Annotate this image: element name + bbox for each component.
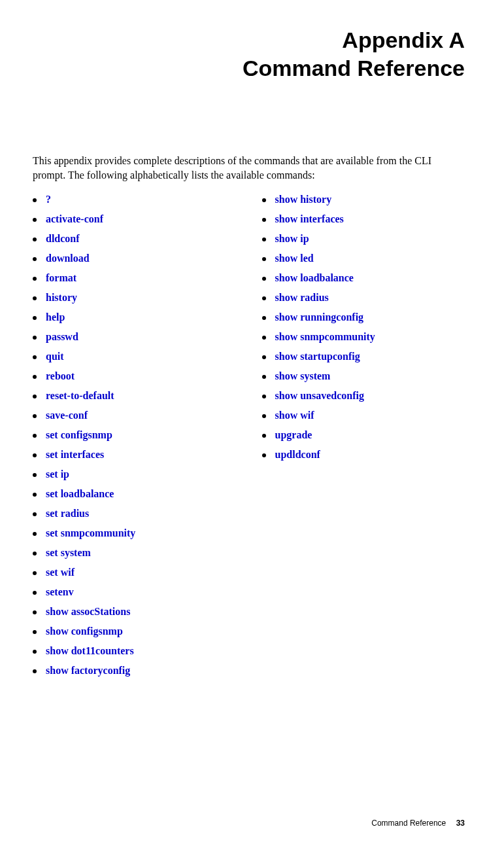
list-item: show factoryconfig <box>33 665 236 677</box>
bullet-icon <box>33 277 37 281</box>
command-link[interactable]: show snmpcommunity <box>275 331 375 343</box>
command-link[interactable]: show dot11counters <box>46 645 134 657</box>
bullet-icon <box>262 238 266 241</box>
list-item: show history <box>262 194 465 205</box>
command-link[interactable]: show led <box>275 253 314 264</box>
command-link[interactable]: set loadbalance <box>46 488 114 500</box>
bullet-icon <box>33 316 37 320</box>
command-link[interactable]: quit <box>46 351 64 362</box>
bullet-icon <box>33 493 37 497</box>
command-link[interactable]: upgrade <box>275 429 312 441</box>
bullet-icon <box>262 277 266 281</box>
bullet-icon <box>262 434 266 438</box>
command-link[interactable]: reset-to-default <box>46 390 114 402</box>
list-item: save-conf <box>33 410 236 421</box>
command-link[interactable]: help <box>46 311 65 323</box>
bullet-icon <box>262 218 266 222</box>
command-link[interactable]: set radius <box>46 508 89 520</box>
bullet-icon <box>33 355 37 359</box>
bullet-icon <box>33 453 37 457</box>
command-link[interactable]: show unsavedconfig <box>275 390 364 402</box>
command-link[interactable]: show radius <box>275 292 329 304</box>
list-item: dldconf <box>33 233 236 245</box>
list-item: show dot11counters <box>33 645 236 657</box>
title-line-1: Appendix A <box>33 26 465 54</box>
bullet-icon <box>33 610 37 614</box>
command-link[interactable]: set configsnmp <box>46 429 112 441</box>
bullet-icon <box>262 336 266 340</box>
command-link[interactable]: updldconf <box>275 449 320 461</box>
list-item: quit <box>33 351 236 362</box>
list-item: set loadbalance <box>33 488 236 500</box>
bullet-icon <box>33 238 37 241</box>
bullet-icon <box>33 669 37 673</box>
command-link[interactable]: show startupconfig <box>275 351 360 362</box>
bullet-icon <box>33 296 37 300</box>
command-link[interactable]: passwd <box>46 331 78 343</box>
intro-paragraph: This appendix provides complete descript… <box>33 154 465 182</box>
bullet-icon <box>33 336 37 340</box>
command-link[interactable]: setenv <box>46 586 74 598</box>
list-item: show loadbalance <box>262 272 465 284</box>
page-footer: Command Reference 33 <box>371 819 465 828</box>
list-item: reset-to-default <box>33 390 236 402</box>
list-item: activate-conf <box>33 213 236 225</box>
bullet-icon <box>262 414 266 418</box>
bullet-icon <box>33 552 37 555</box>
command-link[interactable]: save-conf <box>46 410 88 421</box>
list-item: set wif <box>33 567 236 578</box>
list-item: show wif <box>262 410 465 421</box>
command-link[interactable]: dldconf <box>46 233 80 245</box>
list-item: show ip <box>262 233 465 245</box>
bullet-icon <box>262 355 266 359</box>
list-item: show snmpcommunity <box>262 331 465 343</box>
command-link[interactable]: show assocStations <box>46 606 130 618</box>
command-link[interactable]: reboot <box>46 370 75 382</box>
list-item: show radius <box>262 292 465 304</box>
command-link[interactable]: show ip <box>275 233 309 245</box>
list-item: set ip <box>33 468 236 480</box>
bullet-icon <box>33 395 37 398</box>
list-item: set radius <box>33 508 236 520</box>
command-link[interactable]: download <box>46 253 90 264</box>
command-link[interactable]: format <box>46 272 76 284</box>
command-list-right: show historyshow interfacesshow ipshow l… <box>262 194 465 684</box>
bullet-icon <box>262 316 266 320</box>
bullet-icon <box>33 257 37 261</box>
bullet-icon <box>33 591 37 595</box>
page-title: Appendix A Command Reference <box>33 26 465 82</box>
command-link[interactable]: show factoryconfig <box>46 665 130 677</box>
command-link[interactable]: set system <box>46 547 91 559</box>
command-link[interactable]: show wif <box>275 410 314 421</box>
command-link[interactable]: show configsnmp <box>46 626 123 637</box>
bullet-icon <box>262 296 266 300</box>
list-item: set system <box>33 547 236 559</box>
command-link[interactable]: show loadbalance <box>275 272 354 284</box>
list-item: show startupconfig <box>262 351 465 362</box>
list-item: history <box>33 292 236 304</box>
bullet-icon <box>33 650 37 654</box>
bullet-icon <box>262 198 266 202</box>
command-link[interactable]: show interfaces <box>275 213 344 225</box>
bullet-icon <box>262 395 266 398</box>
command-link[interactable]: ? <box>46 194 51 205</box>
command-link[interactable]: set interfaces <box>46 449 104 461</box>
command-link[interactable]: set snmpcommunity <box>46 527 135 539</box>
command-link[interactable]: show runningconfig <box>275 311 364 323</box>
command-link[interactable]: set ip <box>46 468 69 480</box>
list-item: set snmpcommunity <box>33 527 236 539</box>
footer-page-number: 33 <box>456 819 465 828</box>
command-link[interactable]: set wif <box>46 567 75 578</box>
list-item: set interfaces <box>33 449 236 461</box>
command-link[interactable]: show system <box>275 370 331 382</box>
list-item: help <box>33 311 236 323</box>
list-item: show interfaces <box>262 213 465 225</box>
command-link[interactable]: show history <box>275 194 332 205</box>
footer-label: Command Reference <box>371 819 446 828</box>
bullet-icon <box>33 473 37 477</box>
bullet-icon <box>33 434 37 438</box>
bullet-icon <box>262 453 266 457</box>
bullet-icon <box>33 630 37 634</box>
command-link[interactable]: history <box>46 292 77 304</box>
command-link[interactable]: activate-conf <box>46 213 103 225</box>
